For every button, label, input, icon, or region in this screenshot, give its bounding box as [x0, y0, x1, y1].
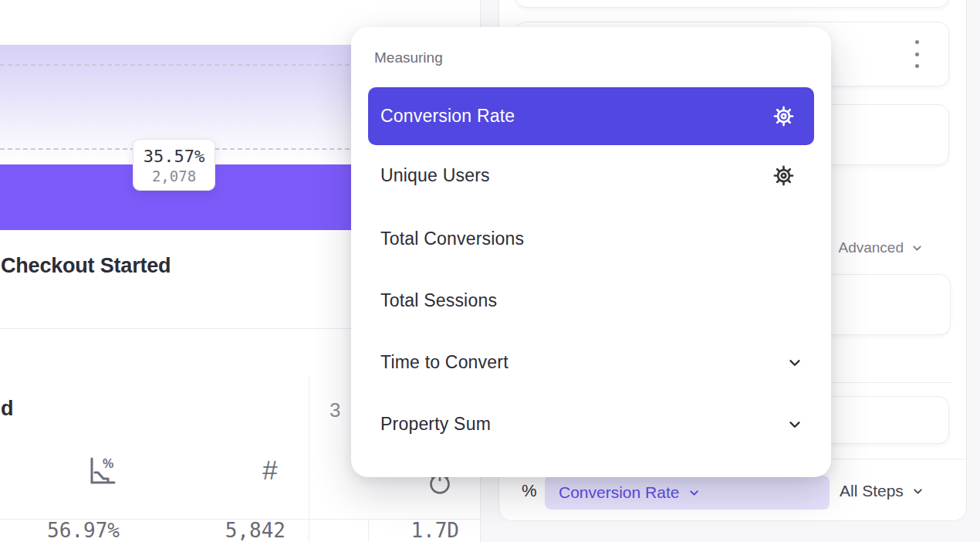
advanced-label: Advanced [838, 239, 904, 256]
cell-conversion-rate: 56.97% [19, 520, 120, 541]
menu-item-time-to-convert[interactable]: Time to Convert [368, 334, 814, 391]
svg-text:%: % [103, 457, 113, 470]
dropdown-header: Measuring [374, 49, 443, 66]
gear-icon[interactable] [773, 165, 794, 186]
chevron-down-icon [688, 486, 701, 500]
cell-count: 5,842 [185, 520, 286, 541]
table-column-divider [309, 376, 309, 542]
chevron-down-icon [911, 485, 924, 498]
builder-card-top [515, 0, 949, 8]
conversion-rate-icon[interactable]: % [85, 454, 119, 489]
table-step-number: 3 [329, 398, 340, 422]
menu-item-conversion-rate[interactable]: Conversion Rate [368, 87, 814, 145]
menu-item-property-sum[interactable]: Property Sum [368, 395, 814, 453]
tooltip-conversion-rate: 35.57% [133, 146, 215, 167]
chevron-down-icon [786, 416, 803, 433]
kebab-menu-icon[interactable] [909, 40, 924, 68]
table-step-header-fragment: d [1, 397, 14, 421]
percent-glyph: % [522, 481, 537, 501]
total-count-icon[interactable]: # [255, 455, 286, 486]
advanced-toggle[interactable]: Advanced [838, 239, 924, 256]
chart-tooltip: 35.57% 2,078 [133, 139, 215, 191]
menu-item-total-conversions[interactable]: Total Conversions [368, 210, 814, 268]
steps-selector-button[interactable]: All Steps [840, 482, 924, 500]
cell-time-to-convert: 1.7D [359, 520, 459, 541]
funnel-report-screen: Checkout Started d 3 % # 56.97% [0, 0, 980, 542]
chevron-down-icon [786, 354, 803, 371]
gear-icon[interactable] [773, 106, 794, 127]
menu-item-unique-users[interactable]: Unique Users [368, 147, 814, 205]
tooltip-count: 2,078 [133, 167, 215, 186]
steps-selector-label: All Steps [840, 482, 904, 500]
chevron-down-icon [911, 242, 924, 255]
step-title: Checkout Started [1, 254, 171, 278]
metric-selector-label: Conversion Rate [559, 483, 679, 502]
menu-item-total-sessions[interactable]: Total Sessions [368, 272, 814, 330]
metric-selector-button[interactable]: Conversion Rate [545, 476, 830, 510]
